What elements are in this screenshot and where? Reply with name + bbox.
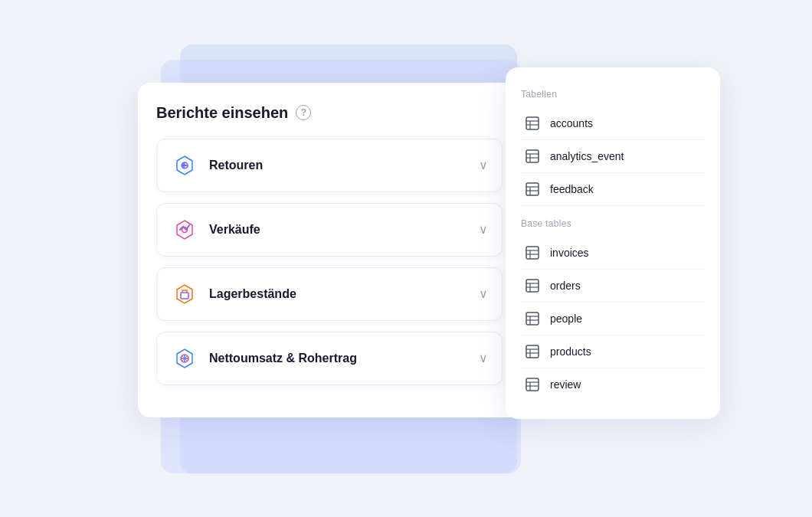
table-icon-feedback <box>524 181 541 198</box>
panel-title: Berichte einsehen ? <box>156 104 503 122</box>
table-icon-review <box>524 376 541 393</box>
table-icon-products <box>524 343 541 360</box>
table-icon-invoices <box>524 244 541 261</box>
report-card-lager[interactable]: Lagerbestände ∨ <box>156 267 503 321</box>
accounts-label: accounts <box>550 117 593 129</box>
report-card-left-4: Nettoumsatz & Rohertrag <box>171 345 357 372</box>
report-card-left: Retouren <box>171 152 263 179</box>
svg-rect-28 <box>526 345 539 358</box>
table-icon-orders <box>524 277 541 294</box>
table-item-invoices[interactable]: invoices <box>521 237 705 270</box>
table-item-review[interactable]: review <box>521 368 705 401</box>
section-divider <box>521 206 705 215</box>
lager-name: Lagerbestände <box>209 287 296 301</box>
svg-rect-20 <box>526 280 539 292</box>
svg-rect-4 <box>526 117 539 129</box>
table-icon-people <box>524 310 541 327</box>
table-item-accounts[interactable]: accounts <box>521 107 705 140</box>
svg-rect-8 <box>526 150 539 162</box>
table-item-analytics-event[interactable]: analytics_event <box>521 140 705 173</box>
products-label: products <box>550 345 591 358</box>
lager-chevron: ∨ <box>479 286 488 301</box>
lager-icon <box>171 280 198 308</box>
table-icon-analytics-event <box>524 148 541 165</box>
netto-name: Nettoumsatz & Rohertrag <box>209 352 357 365</box>
feedback-label: feedback <box>550 183 594 195</box>
left-panel: Berichte einsehen ? Retouren ∨ <box>138 83 521 417</box>
table-item-products[interactable]: products <box>521 335 705 368</box>
review-label: review <box>550 378 581 391</box>
svg-rect-12 <box>526 183 539 195</box>
table-item-people[interactable]: people <box>521 303 705 335</box>
retouren-name: Retouren <box>209 159 263 172</box>
table-icon-accounts <box>524 115 541 132</box>
netto-chevron: ∨ <box>479 351 488 365</box>
section-label-tabellen: Tabellen <box>521 89 705 100</box>
invoices-label: invoices <box>550 247 589 259</box>
panel-title-text: Berichte einsehen <box>156 104 288 122</box>
retouren-icon <box>171 152 198 179</box>
report-card-left-3: Lagerbestände <box>171 280 296 308</box>
right-panel: Tabellen accounts analytics_event <box>506 67 720 419</box>
retouren-chevron: ∨ <box>479 158 488 172</box>
netto-icon <box>171 345 198 372</box>
svg-rect-2 <box>181 293 188 299</box>
report-card-verkaufe[interactable]: Verkäufe ∨ <box>156 203 503 257</box>
report-card-netto[interactable]: Nettoumsatz & Rohertrag ∨ <box>156 332 503 385</box>
svg-rect-16 <box>526 247 539 259</box>
verkaufe-chevron: ∨ <box>479 222 488 237</box>
table-item-orders[interactable]: orders <box>521 270 705 303</box>
report-card-retouren[interactable]: Retouren ∨ <box>156 139 503 192</box>
people-label: people <box>550 312 582 325</box>
help-icon[interactable]: ? <box>296 105 311 120</box>
scene: Berichte einsehen ? Retouren ∨ <box>138 37 674 481</box>
section-label-base: Base tables <box>521 218 705 229</box>
verkaufe-icon <box>171 216 198 244</box>
analytics-event-label: analytics_event <box>550 150 624 162</box>
orders-label: orders <box>550 280 581 292</box>
svg-rect-24 <box>526 312 539 325</box>
report-card-left-2: Verkäufe <box>171 216 260 244</box>
verkaufe-name: Verkäufe <box>209 223 260 237</box>
table-item-feedback[interactable]: feedback <box>521 173 705 206</box>
svg-rect-32 <box>526 378 539 391</box>
